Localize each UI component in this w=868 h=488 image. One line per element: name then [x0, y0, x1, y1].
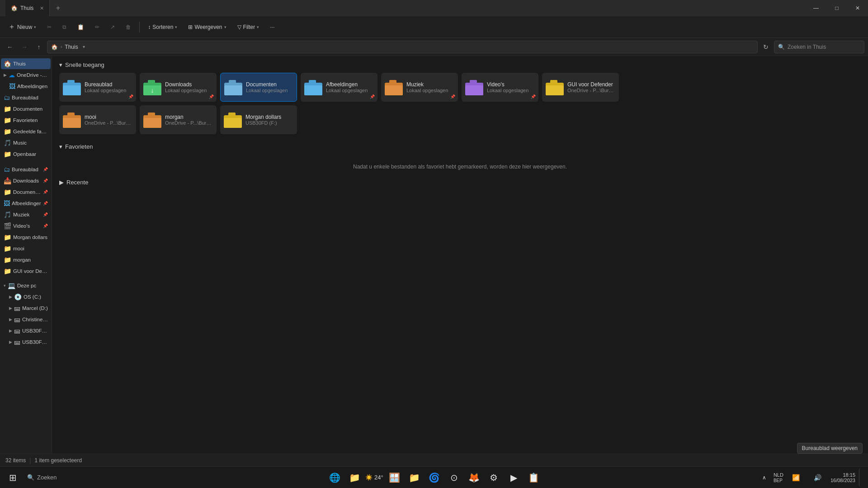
sidebar-item-deze-pc[interactable]: ▾ 💻 Deze pc [1, 280, 51, 291]
refresh-button[interactable]: ↻ [760, 41, 772, 53]
breadcrumb-separator: › [61, 44, 62, 49]
sidebar-item-documenten-qa[interactable]: 📁 Documenten 📌 [1, 187, 51, 197]
folder-tile-morgan-dollars[interactable]: Morgan dollars USB30FD (F:) [220, 105, 297, 134]
sidebar-item-bureaublad-main[interactable]: 🗂 Bureaublad [1, 92, 51, 103]
status-separator: | [29, 457, 31, 464]
section-header-snelle-toegang[interactable]: ▾ Snelle toegang [59, 61, 861, 68]
folder-tile-documenten[interactable]: Documenten Lokaal opgeslagen [220, 73, 297, 102]
taskbar-app-firefox[interactable]: 🦊 [465, 469, 483, 487]
show-desktop-button[interactable] [859, 469, 863, 487]
clock[interactable]: 18:15 16/08/2023 [830, 472, 855, 483]
folder-icon: 📁 [4, 234, 11, 241]
folder-thumb-documenten [224, 78, 242, 96]
search-box[interactable]: 🔍 Zoeken in Thuis [774, 41, 864, 53]
sidebar-item-usb1[interactable]: ▶ 🖴 USB30FD (F:) [1, 325, 51, 336]
sidebar-item-muziek-qa[interactable]: 🎵 Muziek 📌 [1, 209, 51, 220]
sidebar-item-mooi-qa[interactable]: 📁 mooi [1, 243, 51, 254]
title-bar: 🏠 Thuis ✕ + — □ ✕ [0, 0, 868, 16]
start-button[interactable]: ⊞ [4, 469, 22, 487]
volume-icon[interactable]: 🔊 [809, 469, 827, 487]
taskbar-app-3[interactable]: 🪟 [385, 469, 403, 487]
pin-icon: 📌 [43, 167, 48, 172]
drive-icon: 💿 [14, 293, 22, 300]
add-tab-button[interactable]: + [50, 0, 66, 16]
section-header-recente[interactable]: ▶ Recente [59, 179, 861, 186]
forward-button[interactable]: → [18, 41, 31, 53]
sidebar-item-music[interactable]: 🎵 Music [1, 137, 51, 148]
svg-rect-18 [470, 80, 477, 84]
taskbar-app-5[interactable]: ▶ [505, 469, 523, 487]
sidebar-item-documenten-main[interactable]: 📁 Documenten [1, 103, 51, 114]
sidebar-item-downloads-qa[interactable]: 📥 Downloads 📌 [1, 175, 51, 186]
folder-tile-downloads[interactable]: ↓ Downloads Lokaal opgeslagen 📌 [140, 73, 217, 102]
search-button[interactable]: 🔍 Zoeken [24, 469, 78, 487]
taskbar-app-settings[interactable]: ⚙ [485, 469, 503, 487]
folder-thumb-morgan-dollars [224, 111, 242, 129]
sidebar-item-home[interactable]: 🏠 Thuis [1, 58, 51, 69]
taskbar-app-weather[interactable]: ☀️ 24° [365, 469, 383, 487]
new-button[interactable]: ＋ Nieuw ▾ [4, 20, 41, 33]
taskbar-app-edge[interactable]: 🌀 [425, 469, 443, 487]
folder-tile-afbeeldingen[interactable]: Afbeeldingen Lokaal opgeslagen 📌 [301, 73, 377, 102]
sidebar-item-afbeeldingen[interactable]: 🖼 Afbeeldingen [1, 81, 51, 92]
delete-button[interactable]: 🗑 [121, 22, 136, 32]
date-display: 16/08/2023 [830, 478, 855, 483]
address-bar[interactable]: 🏠 › Thuis ▾ [47, 41, 758, 53]
cut-button[interactable]: ✂ [42, 22, 56, 32]
sidebar-item-christine[interactable]: ▶ 🖴 Christine (E:) [1, 314, 51, 325]
expand-icon: ▶ [9, 317, 12, 322]
sidebar-item-favorieten[interactable]: 📁 Favorieten [1, 115, 51, 126]
sidebar-item-openbaar[interactable]: 📁 Openbaar [1, 149, 51, 160]
folder-tile-gui[interactable]: GUI voor Defender OneDrive - P...\Bureau… [542, 73, 619, 102]
taskbar-app-chrome[interactable]: ⊙ [445, 469, 463, 487]
maximize-button[interactable]: □ [826, 0, 847, 16]
sidebar-item-afbeeldingen-qa[interactable]: 🖼 Afbeeldinger 📌 [1, 198, 51, 209]
back-button[interactable]: ← [4, 41, 16, 53]
rename-button[interactable]: ✏ [90, 22, 104, 32]
pin-icon: 📌 [43, 201, 48, 206]
sidebar-usb2-label: USB30FD (F:) [22, 339, 48, 345]
folder-tile-morgan[interactable]: morgan OneDrive - P...\Bureaublad [140, 105, 217, 134]
taskbar-app-6[interactable]: 📋 [524, 469, 542, 487]
section-header-favorieten[interactable]: ▾ Favorieten [59, 143, 861, 150]
copy-button[interactable]: ⧉ [58, 22, 71, 32]
paste-button[interactable]: 📋 [73, 22, 89, 32]
view-button[interactable]: ⊞ Weergeven ▾ [184, 22, 231, 32]
sidebar-item-morgan-qa[interactable]: 📁 morgan [1, 254, 51, 265]
folder-tile-videos[interactable]: Video's Lokaal opgeslagen 📌 [462, 73, 538, 102]
sidebar-item-bureaublad-qa[interactable]: 🗂 Bureaublad 📌 [1, 164, 51, 175]
sort-button[interactable]: ↕ Sorteren ▾ [143, 22, 182, 32]
folder-tile-bureaublad[interactable]: Bureaublad Lokaal opgeslagen 📌 [59, 73, 136, 102]
sidebar-item-onedrive[interactable]: ▶ ☁ OneDrive - Pers... [1, 70, 51, 80]
folder-tile-mooi[interactable]: mooi OneDrive - P...\Bureaublad [59, 105, 136, 134]
sidebar-item-videos-qa[interactable]: 🎬 Video's 📌 [1, 221, 51, 231]
folder-name: Downloads [165, 81, 213, 88]
svg-rect-20 [546, 85, 564, 95]
tab-thuis[interactable]: 🏠 Thuis ✕ [5, 0, 50, 16]
sidebar-item-usb2[interactable]: ▶ 🖴 USB30FD (F:) [1, 337, 51, 347]
minimize-button[interactable]: — [806, 0, 826, 16]
tab-close-icon[interactable]: ✕ [40, 5, 44, 11]
sidebar-item-morgandollars-qa[interactable]: 📁 Morgan dollars [1, 232, 51, 243]
taskbar-app-4[interactable]: 📁 [405, 469, 423, 487]
sidebar-item-gui-qa[interactable]: 📁 GUI voor Defenc... [1, 266, 51, 277]
sidebar-muziek-qa-label: Muziek [13, 212, 29, 217]
sidebar-item-gedeelde[interactable]: 📁 Gedeelde favo... [1, 126, 51, 137]
taskbar-app-1[interactable]: 🌐 [326, 469, 344, 487]
chevron-up-icon[interactable]: ∧ [759, 469, 770, 487]
wifi-icon[interactable]: 📶 [787, 469, 805, 487]
filter-button[interactable]: ▽ Filter ▾ [233, 22, 264, 32]
drive-icon: 🖴 [14, 327, 20, 334]
close-button[interactable]: ✕ [847, 0, 868, 16]
folder-tile-muziek[interactable]: Muziek Lokaal opgeslagen 📌 [381, 73, 458, 102]
sidebar-item-marcel[interactable]: ▶ 🖴 Marcel (D:) [1, 303, 51, 314]
sidebar-item-osc[interactable]: ▶ 💿 OS (C:) [1, 291, 51, 302]
svg-rect-14 [385, 85, 403, 95]
taskbar-app-2[interactable]: 📁 [345, 469, 363, 487]
folder-info-morgan: morgan OneDrive - P...\Bureaublad [165, 114, 213, 126]
up-button[interactable]: ↑ [33, 41, 45, 53]
folder-info-mooi: mooi OneDrive - P...\Bureaublad [85, 114, 132, 126]
more-button[interactable]: ··· [265, 22, 279, 32]
folder-info-muziek: Muziek Lokaal opgeslagen [406, 81, 454, 93]
share-button[interactable]: ↗ [106, 22, 119, 32]
